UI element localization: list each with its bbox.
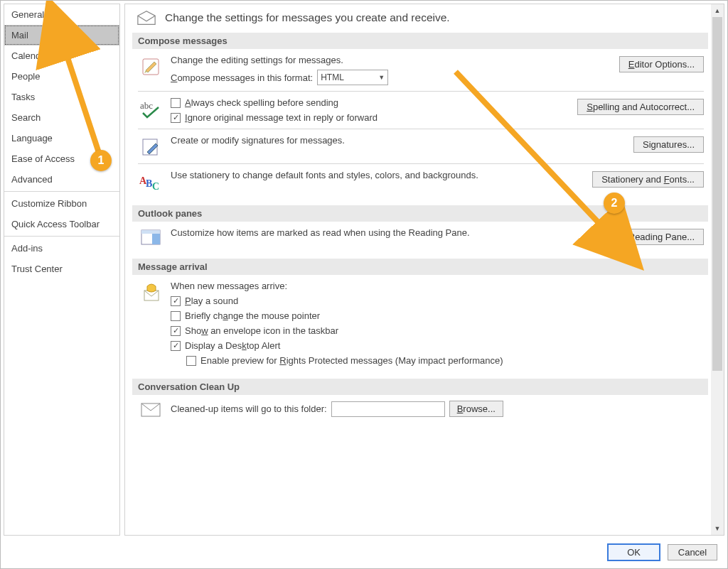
desktop-alert-label: Display a Desktop Alert xyxy=(185,340,280,351)
scroll-thumb[interactable] xyxy=(712,17,722,371)
rights-preview-label: Enable preview for Rights Protected mess… xyxy=(200,355,503,366)
sidebar-item-advanced[interactable]: Advanced xyxy=(4,169,119,190)
compose-format-label: Compose messages in this format: xyxy=(171,72,313,83)
signature-icon xyxy=(138,135,164,158)
compose-format-select[interactable]: HTML ▼ xyxy=(317,70,388,85)
dialog-footer: OK Cancel xyxy=(1,536,727,568)
editor-options-button[interactable]: Editor Options... xyxy=(619,56,704,72)
vertical-scrollbar[interactable]: ▲ ▼ xyxy=(711,4,724,535)
signatures-button[interactable]: Signatures... xyxy=(633,136,704,153)
ignore-original-label: Ignore original message text in reply or… xyxy=(185,112,378,123)
sidebar-item-mail[interactable]: Mail xyxy=(4,25,119,45)
editing-settings-label: Change the editing settings for messages… xyxy=(171,55,343,65)
section-panes-header: Outlook panes xyxy=(132,205,708,222)
always-check-spelling-checkbox[interactable]: Always check spelling before sending xyxy=(171,97,338,108)
sidebar-item-general[interactable]: General xyxy=(4,4,119,25)
sidebar-item-add-ins[interactable]: Add-ins xyxy=(4,238,119,259)
rights-preview-checkbox[interactable]: Enable preview for Rights Protected mess… xyxy=(186,355,503,366)
reading-pane-icon xyxy=(138,227,164,246)
cleanup-folder-label: Cleaned-up items will go to this folder: xyxy=(171,403,327,414)
cleanup-folder-textbox[interactable] xyxy=(331,401,445,417)
sidebar-item-customize-ribbon[interactable]: Customize Ribbon xyxy=(4,193,119,214)
sidebar-item-trust-center[interactable]: Trust Center xyxy=(4,259,119,279)
options-sidebar: General Mail Calendar People Tasks Searc… xyxy=(4,4,120,536)
envelope-taskbar-label: Show an envelope icon in the taskbar xyxy=(185,325,338,336)
sidebar-item-tasks[interactable]: Tasks xyxy=(4,87,119,107)
svg-text:C: C xyxy=(152,181,159,192)
page-title: Change the settings for messages you cre… xyxy=(165,11,450,24)
compose-edit-icon xyxy=(138,55,164,77)
change-pointer-label: Briefly change the mouse pointer xyxy=(185,310,320,321)
sidebar-item-ease-of-access[interactable]: Ease of Access xyxy=(4,148,119,169)
arrival-heading: When new messages arrive: xyxy=(171,281,287,291)
svg-rect-9 xyxy=(152,234,160,244)
cancel-button[interactable]: Cancel xyxy=(668,544,717,560)
change-pointer-checkbox[interactable]: Briefly change the mouse pointer xyxy=(171,310,320,321)
options-dialog: General Mail Calendar People Tasks Searc… xyxy=(0,0,728,569)
desktop-alert-checkbox[interactable]: ✓ Display a Desktop Alert xyxy=(171,340,280,351)
section-compose-header: Compose messages xyxy=(132,33,708,49)
abc-check-icon: abc xyxy=(138,97,164,120)
reading-pane-button[interactable]: Reading Pane... xyxy=(619,229,704,245)
scroll-track[interactable] xyxy=(711,17,724,522)
sidebar-item-people[interactable]: People xyxy=(4,66,119,87)
options-content: Change the settings for messages you cre… xyxy=(125,4,711,535)
bell-envelope-icon xyxy=(138,281,164,303)
scroll-up-arrow[interactable]: ▲ xyxy=(711,4,724,17)
compose-format-value: HTML xyxy=(321,72,344,82)
svg-rect-8 xyxy=(141,230,160,234)
sidebar-item-quick-access-toolbar[interactable]: Quick Access Toolbar xyxy=(4,214,119,234)
signatures-label: Create or modify signatures for messages… xyxy=(171,135,345,146)
stationery-label: Use stationery to change default fonts a… xyxy=(171,170,478,180)
svg-text:abc: abc xyxy=(140,100,153,111)
play-sound-label: Play a sound xyxy=(185,296,238,306)
chevron-down-icon: ▼ xyxy=(378,74,385,81)
sidebar-item-language[interactable]: Language xyxy=(4,128,119,148)
ignore-original-checkbox[interactable]: ✓ Ignore original message text in reply … xyxy=(171,112,378,123)
section-cleanup-header: Conversation Clean Up xyxy=(132,379,708,395)
always-check-spelling-label: Always check spelling before sending xyxy=(185,97,338,108)
stationery-fonts-button[interactable]: Stationery and Fonts... xyxy=(592,171,704,188)
envelope-taskbar-checkbox[interactable]: ✓ Show an envelope icon in the taskbar xyxy=(171,325,338,336)
sidebar-item-calendar[interactable]: Calendar xyxy=(4,45,119,66)
ok-button[interactable]: OK xyxy=(607,543,660,561)
envelope-outline-icon xyxy=(138,401,164,418)
stationery-abc-icon: ABC xyxy=(138,170,164,193)
browse-button[interactable]: Browse... xyxy=(449,401,503,417)
scroll-down-arrow[interactable]: ▼ xyxy=(711,522,724,535)
section-arrival-header: Message arrival xyxy=(132,259,708,275)
spelling-autocorrect-button[interactable]: Spelling and Autocorrect... xyxy=(577,99,704,115)
svg-text:B: B xyxy=(146,178,152,189)
play-sound-checkbox[interactable]: ✓ Play a sound xyxy=(171,296,238,306)
reading-pane-label: Customize how items are marked as read w… xyxy=(171,227,470,238)
envelope-icon xyxy=(136,10,156,26)
sidebar-item-search[interactable]: Search xyxy=(4,107,119,128)
